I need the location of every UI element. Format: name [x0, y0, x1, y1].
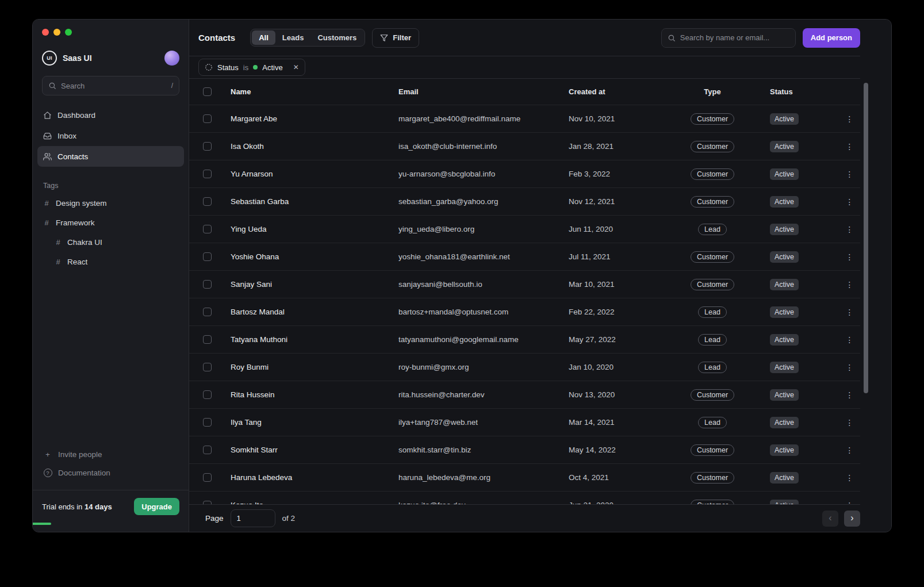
minimize-window-button[interactable] [53, 29, 60, 36]
user-avatar[interactable] [164, 51, 179, 66]
row-menu-button[interactable]: ⋮ [843, 195, 857, 209]
search-shortcut-hint: / [171, 82, 173, 90]
tab-all[interactable]: All [252, 30, 275, 45]
row-checkbox[interactable] [203, 363, 212, 371]
hash-icon: # [43, 218, 50, 227]
table-row[interactable]: Yu Arnarson yu-arnarson@sbcglobal.info F… [189, 160, 860, 188]
type-badge: Lead [698, 224, 727, 235]
status-badge: Active [770, 279, 799, 290]
close-window-button[interactable] [42, 29, 49, 36]
row-checkbox[interactable] [203, 446, 212, 454]
tag-react[interactable]: # React [49, 252, 184, 271]
contacts-search[interactable] [661, 28, 796, 48]
tag-chakra-ui[interactable]: # Chakra UI [49, 232, 184, 252]
sidebar-search[interactable]: / [42, 76, 179, 95]
row-menu-button[interactable]: ⋮ [843, 360, 857, 374]
row-menu-button[interactable]: ⋮ [843, 278, 857, 291]
hash-icon: # [43, 199, 50, 208]
type-badge: Customer [691, 389, 734, 401]
tab-leads[interactable]: Leads [275, 30, 311, 45]
row-checkbox[interactable] [203, 418, 212, 427]
row-menu-button[interactable]: ⋮ [843, 222, 857, 236]
row-checkbox[interactable] [203, 225, 212, 233]
documentation-link[interactable]: ? Documentation [37, 463, 184, 482]
row-menu-button[interactable]: ⋮ [843, 388, 857, 402]
filter-value-label: Active [262, 63, 282, 72]
upgrade-button[interactable]: Upgrade [134, 498, 179, 515]
row-checkbox[interactable] [203, 197, 212, 206]
next-page-button[interactable]: › [844, 511, 860, 527]
table-row[interactable]: Sebastian Garba sebastian_garba@yahoo.or… [189, 188, 860, 216]
sidebar-search-input[interactable] [61, 82, 167, 90]
table-row[interactable]: Kazuo Ito kazuo.ito@free.dev Jun 21, 202… [189, 492, 860, 504]
sidebar-item-label: Dashboard [57, 111, 95, 120]
page-number-input[interactable] [231, 509, 275, 527]
table-row[interactable]: Ilya Tang ilya+tang787@web.net Mar 14, 2… [189, 409, 860, 436]
page-label: Page [205, 514, 224, 523]
table-row[interactable]: Yoshie Ohana yoshie_ohana181@earthlink.n… [189, 243, 860, 271]
table-row[interactable]: Ying Ueda ying_ueda@libero.org Jun 11, 2… [189, 216, 860, 243]
column-header-type[interactable]: Type [655, 87, 770, 96]
contacts-search-input[interactable] [680, 33, 789, 42]
add-person-button[interactable]: Add person [803, 28, 860, 48]
column-header-email[interactable]: Email [398, 87, 569, 96]
search-icon [668, 34, 676, 42]
funnel-icon [380, 34, 388, 42]
row-menu-button[interactable]: ⋮ [843, 112, 857, 126]
row-checkbox[interactable] [203, 335, 212, 344]
table-row[interactable]: Sanjay Sani sanjaysani@bellsouth.io Mar … [189, 271, 860, 298]
zoom-window-button[interactable] [65, 29, 72, 36]
row-checkbox[interactable] [203, 308, 212, 316]
table-row[interactable]: Tatyana Muthoni tatyanamuthoni@googlemai… [189, 326, 860, 354]
remove-filter-button[interactable]: ✕ [287, 59, 305, 76]
sidebar-item-inbox[interactable]: Inbox [37, 125, 184, 146]
sidebar-item-dashboard[interactable]: Dashboard [37, 105, 184, 125]
column-header-name[interactable]: Name [226, 87, 398, 96]
table-row[interactable]: Bartosz Mandal bartosz+mandal@optusnet.c… [189, 298, 860, 326]
page-title: Contacts [198, 33, 235, 43]
contact-created-at: Oct 4, 2021 [569, 473, 655, 482]
row-menu-button[interactable]: ⋮ [843, 498, 857, 505]
table-row[interactable]: Isa Okoth isa_okoth@club-internet.info J… [189, 133, 860, 160]
sidebar-item-contacts[interactable]: Contacts [37, 146, 184, 167]
table-row[interactable]: Haruna Lebedeva haruna_lebedeva@me.org O… [189, 464, 860, 492]
status-badge: Active [770, 472, 799, 484]
contact-created-at: Mar 14, 2021 [569, 418, 655, 427]
row-menu-button[interactable]: ⋮ [843, 443, 857, 457]
filter-button[interactable]: Filter [372, 28, 419, 48]
vertical-scrollbar[interactable] [864, 83, 868, 393]
side-link-label: Invite people [58, 450, 102, 459]
status-filter-chip[interactable]: Status is Active ✕ [198, 59, 305, 76]
row-menu-button[interactable]: ⋮ [843, 140, 857, 154]
tag-label: React [67, 258, 87, 266]
row-checkbox[interactable] [203, 170, 212, 178]
row-checkbox[interactable] [203, 114, 212, 123]
row-checkbox[interactable] [203, 280, 212, 289]
contact-name: Haruna Lebedeva [226, 473, 398, 482]
table-row[interactable]: Roy Bunmi roy-bunmi@gmx.org Jan 10, 2020… [189, 354, 860, 381]
table-row[interactable]: Somkhit Starr somkhit.starr@tin.biz May … [189, 436, 860, 464]
row-menu-button[interactable]: ⋮ [843, 416, 857, 429]
row-checkbox[interactable] [203, 390, 212, 399]
page-total-label: of 2 [282, 514, 296, 523]
table-row[interactable]: Margaret Abe margaret_abe400@rediffmail.… [189, 105, 860, 133]
row-menu-button[interactable]: ⋮ [843, 167, 857, 181]
tag-design-system[interactable]: # Design system [37, 193, 184, 213]
previous-page-button[interactable]: ‹ [822, 511, 838, 527]
tab-customers[interactable]: Customers [310, 30, 363, 45]
row-checkbox[interactable] [203, 473, 212, 482]
select-all-checkbox[interactable] [203, 87, 212, 96]
row-checkbox[interactable] [203, 252, 212, 261]
inbox-icon [43, 132, 52, 140]
invite-people-link[interactable]: + Invite people [37, 445, 184, 463]
column-header-created[interactable]: Created at [569, 87, 655, 96]
tag-framework[interactable]: # Framework [37, 213, 184, 232]
row-menu-button[interactable]: ⋮ [843, 333, 857, 347]
row-menu-button[interactable]: ⋮ [843, 471, 857, 485]
row-checkbox[interactable] [203, 142, 212, 151]
row-menu-button[interactable]: ⋮ [843, 250, 857, 264]
status-badge: Active [770, 224, 799, 235]
table-row[interactable]: Rita Hussein rita.hussein@charter.dev No… [189, 381, 860, 409]
column-header-status[interactable]: Status [770, 87, 839, 96]
row-menu-button[interactable]: ⋮ [843, 305, 857, 319]
